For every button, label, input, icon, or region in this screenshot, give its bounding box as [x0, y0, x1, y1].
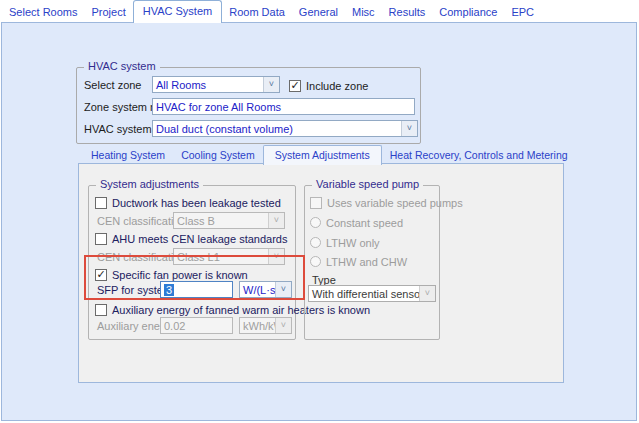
tab-room-data[interactable]: Room Data: [222, 2, 292, 22]
chevron-down-icon: ˅: [268, 249, 284, 264]
auxiliary-energy-unit-value: kWh/kWh: [240, 320, 275, 332]
auxiliary-energy-unit-dropdown: kWh/kWh ˅: [239, 317, 292, 334]
ahu-standards-row: AHU meets CEN leakage standards: [95, 230, 287, 247]
sfp-unit-dropdown[interactable]: W/(L·s) ˅: [239, 281, 292, 298]
zone-system-name-input[interactable]: HVAC for zone All Rooms: [152, 98, 415, 115]
sfp-known-label: Specific fan power is known: [112, 269, 248, 281]
select-zone-label-row: Select zone: [84, 76, 141, 93]
uses-vsp-label: Uses variable speed pumps: [327, 197, 463, 209]
lthw-chw-radio: [310, 256, 321, 267]
select-zone-dropdown[interactable]: All Rooms ˅: [152, 76, 280, 93]
include-zone-checkbox[interactable]: ✓: [289, 80, 301, 92]
system-adjustments-group-title: System adjustments: [96, 178, 203, 190]
chevron-down-icon: ˅: [275, 318, 291, 333]
lthw-chw-label: LTHW and CHW: [326, 256, 407, 268]
cen-classification-dropdown-2: Class L1 ˅: [173, 248, 285, 265]
tab-hvac-system[interactable]: HVAC System: [133, 0, 222, 23]
hvac-system-type-value: Dual duct (constant volume): [153, 123, 401, 135]
lthw-chw-row: LTHW and CHW: [310, 253, 407, 270]
ahu-standards-label: AHU meets CEN leakage standards: [112, 233, 287, 245]
sfp-value-input[interactable]: 3: [160, 281, 233, 298]
auxiliary-energy-input: 0.02: [160, 317, 233, 334]
checkmark-icon: ✓: [290, 80, 299, 90]
tab-results[interactable]: Results: [382, 2, 433, 22]
tab-general[interactable]: General: [292, 2, 345, 22]
select-zone-label: Select zone: [84, 79, 141, 91]
lthw-only-label: LTHW only: [326, 237, 380, 249]
tab-select-rooms[interactable]: Select Rooms: [2, 2, 84, 22]
ahu-standards-checkbox[interactable]: [95, 233, 107, 245]
subtab-system-adjustments[interactable]: System Adjustments: [263, 145, 382, 165]
ductwork-tested-label: Ductwork has been leakage tested: [112, 197, 281, 209]
sfp-value-selected-text: 3: [164, 284, 174, 296]
include-zone-label: Include zone: [306, 80, 368, 92]
hvac-system-group: HVAC system Select zone All Rooms ˅ ✓ In…: [76, 67, 421, 144]
subtab-cooling-system[interactable]: Cooling System: [173, 146, 263, 164]
uses-vsp-row: Uses variable speed pumps: [310, 194, 463, 211]
constant-speed-row: Constant speed: [310, 214, 403, 231]
main-tab-bar: Select Rooms Project HVAC System Room Da…: [2, 0, 541, 22]
tab-compliance[interactable]: Compliance: [432, 2, 504, 22]
lthw-only-row: LTHW only: [310, 234, 380, 251]
sfp-unit-value: W/(L·s): [240, 284, 275, 296]
variable-speed-pump-group-title: Variable speed pump: [312, 178, 423, 190]
pump-type-label: Type: [312, 274, 336, 286]
subtab-heat-recovery[interactable]: Heat Recovery, Controls and Metering: [382, 146, 576, 164]
subtab-heating-system[interactable]: Heating System: [83, 146, 173, 164]
system-adjustments-page: System adjustments Ductwork has been lea…: [78, 163, 564, 383]
pump-type-dropdown[interactable]: With differential sensor across pump ˅: [308, 285, 436, 302]
system-adjustments-group: System adjustments Ductwork has been lea…: [88, 185, 296, 340]
ductwork-tested-row: Ductwork has been leakage tested: [95, 194, 281, 211]
hvac-system-group-title: HVAC system: [84, 60, 160, 72]
constant-speed-radio: [310, 217, 321, 228]
variable-speed-pump-group: Variable speed pump Uses variable speed …: [304, 185, 440, 340]
tab-project[interactable]: Project: [84, 2, 132, 22]
auxiliary-energy-value: 0.02: [164, 320, 185, 332]
chevron-down-icon[interactable]: ˅: [263, 77, 279, 92]
hvac-system-type-dropdown[interactable]: Dual duct (constant volume) ˅: [152, 120, 418, 137]
ductwork-tested-checkbox[interactable]: [95, 197, 107, 209]
cen-classification-value-2: Class L1: [174, 251, 268, 263]
select-zone-value: All Rooms: [153, 79, 263, 91]
lthw-only-radio: [310, 237, 321, 248]
chevron-down-icon[interactable]: ˅: [419, 286, 435, 301]
zone-system-name-value: HVAC for zone All Rooms: [156, 101, 281, 113]
checkmark-icon: ✓: [96, 269, 105, 279]
tab-misc[interactable]: Misc: [345, 2, 382, 22]
chevron-down-icon[interactable]: ˅: [401, 121, 417, 136]
uses-vsp-checkbox: [310, 197, 322, 209]
sfp-known-checkbox[interactable]: ✓: [95, 269, 107, 281]
chevron-down-icon: ˅: [268, 213, 284, 228]
cen-classification-value-1: Class B: [174, 215, 268, 227]
hvac-sub-tab-bar: Heating System Cooling System System Adj…: [83, 146, 576, 164]
chevron-down-icon[interactable]: ˅: [275, 282, 291, 297]
tab-epc[interactable]: EPC: [504, 2, 541, 22]
include-zone-row: ✓ Include zone: [289, 77, 368, 94]
constant-speed-label: Constant speed: [326, 217, 403, 229]
cen-classification-dropdown-1: Class B ˅: [173, 212, 285, 229]
aux-known-checkbox[interactable]: [95, 304, 107, 316]
pump-type-value: With differential sensor across pump: [309, 288, 419, 300]
